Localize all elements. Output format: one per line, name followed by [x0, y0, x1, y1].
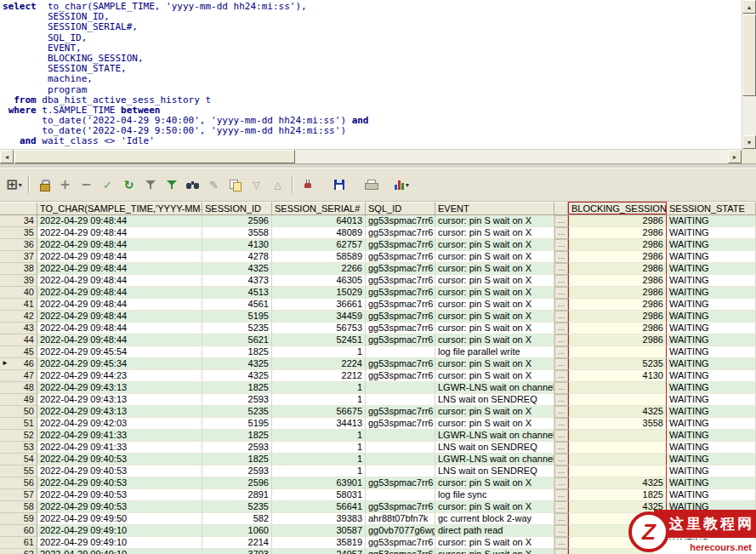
cell-t[interactable]: 2022-04-29 09:48:44 [37, 227, 202, 239]
cell-bl[interactable]: 2986 [568, 263, 667, 275]
table-row[interactable]: 502022-04-29 09:43:13523556675gg53spmac7… [0, 406, 756, 418]
cell-ev[interactable]: gc current block 2-way [435, 513, 554, 525]
row-number[interactable]: 48 [0, 382, 37, 394]
event-detail-button[interactable]: … [554, 287, 568, 299]
event-detail-button[interactable]: … [554, 477, 568, 489]
cell-t[interactable]: 2022-04-29 09:40:53 [37, 477, 202, 489]
cell-ev[interactable]: cursor: pin S wait on X [435, 263, 554, 275]
cell-sid[interactable]: 3703 [202, 549, 272, 554]
cell-ser[interactable]: 30587 [272, 525, 366, 537]
cell-ev[interactable]: cursor: pin S wait on X [435, 215, 554, 227]
cell-sq[interactable]: gg53spmac7rr6 [366, 251, 435, 263]
sort-desc-button[interactable]: ▽ [246, 175, 267, 194]
cell-sid[interactable]: 1825 [202, 346, 272, 358]
cell-ev[interactable]: cursor: pin S wait on X [435, 239, 554, 251]
cell-sq[interactable]: gg53spmac7rr6 [366, 501, 435, 513]
cell-bl[interactable]: 1825 [568, 489, 667, 501]
cell-bl[interactable] [568, 454, 667, 465]
cell-sid[interactable]: 1825 [202, 430, 272, 442]
cell-bl[interactable] [568, 382, 667, 394]
table-row[interactable]: 432022-04-29 09:48:44523556753gg53spmac7… [0, 323, 756, 334]
cell-bl[interactable]: 2986 [568, 251, 667, 263]
cell-sq[interactable]: gg53spmac7rr6 [366, 549, 435, 554]
cell-st[interactable]: WAITING [667, 239, 756, 251]
cell-sq[interactable] [366, 430, 435, 442]
cell-st[interactable]: WAITING [667, 334, 756, 346]
cell-ser[interactable]: 24957 [272, 549, 366, 554]
cell-ev[interactable]: cursor: pin S wait on X [435, 501, 554, 513]
edit-button[interactable]: ✎ [203, 175, 225, 194]
post-changes-button[interactable]: ✓ [97, 175, 118, 194]
cell-bl[interactable]: 2986 [568, 323, 667, 334]
row-number[interactable]: 47 [0, 370, 37, 382]
grid-corner[interactable] [0, 202, 37, 214]
cell-ser[interactable]: 1 [272, 346, 366, 358]
insert-row-button[interactable]: + [54, 175, 76, 194]
cell-ev[interactable]: cursor: pin S wait on X [435, 311, 554, 323]
row-number[interactable]: 59 [0, 513, 37, 525]
cell-sq[interactable] [366, 454, 435, 465]
event-detail-button[interactable]: … [554, 334, 568, 346]
cell-ser[interactable]: 34413 [272, 418, 366, 430]
column-header-sq[interactable]: SQL_ID [366, 202, 435, 214]
column-header-ev[interactable]: EVENT [435, 202, 554, 214]
cell-sq[interactable]: gg53spmac7rr6 [366, 406, 435, 418]
cell-sid[interactable]: 2596 [202, 477, 272, 489]
event-detail-button[interactable]: … [554, 263, 568, 275]
table-row[interactable]: 442022-04-29 09:48:44562152451gg53spmac7… [0, 334, 756, 346]
delete-row-button[interactable]: − [76, 175, 97, 194]
vertical-scroll-thumb[interactable] [742, 14, 756, 96]
cell-bl[interactable]: 2986 [568, 215, 667, 227]
cell-ser[interactable]: 46305 [272, 275, 366, 287]
cell-sq[interactable]: gg53spmac7rr6 [366, 477, 435, 489]
cell-st[interactable]: WAITING [667, 442, 756, 454]
cell-ser[interactable]: 35819 [272, 537, 366, 549]
cell-ev[interactable]: LNS wait on SENDREQ [435, 442, 554, 454]
event-detail-button[interactable]: … [554, 465, 568, 477]
cell-sid[interactable]: 1825 [202, 454, 272, 465]
cell-ev[interactable]: cursor: pin S wait on X [435, 323, 554, 334]
row-number[interactable]: 51 [0, 418, 37, 430]
event-detail-button[interactable]: … [554, 418, 568, 430]
cell-st[interactable]: WAITING [667, 346, 756, 358]
cell-ser[interactable]: 56641 [272, 501, 366, 513]
table-row[interactable]: 422022-04-29 09:48:44519534459gg53spmac7… [0, 311, 756, 323]
table-row[interactable]: 382022-04-29 09:48:4443252266gg53spmac7r… [0, 263, 756, 275]
cell-ser[interactable]: 52451 [272, 334, 366, 346]
row-number[interactable]: 41 [0, 299, 37, 311]
cell-st[interactable]: WAITING [667, 215, 756, 227]
cell-sid[interactable]: 5195 [202, 418, 272, 430]
event-detail-button[interactable]: … [554, 430, 568, 442]
cell-ser[interactable]: 2224 [272, 358, 366, 370]
refresh-button[interactable]: ↻ [118, 175, 139, 194]
cell-sid[interactable]: 4130 [202, 239, 272, 251]
cell-t[interactable]: 2022-04-29 09:45:54 [37, 346, 202, 358]
cell-ser[interactable]: 34459 [272, 311, 366, 323]
row-number[interactable]: 39 [0, 275, 37, 287]
cell-ev[interactable]: LGWR-LNS wait on channel [435, 454, 554, 465]
table-row[interactable]: 542022-04-29 09:40:5318251LGWR-LNS wait … [0, 454, 756, 465]
cell-t[interactable]: 2022-04-29 09:43:13 [37, 406, 202, 418]
cell-t[interactable]: 2022-04-29 09:48:44 [37, 239, 202, 251]
cell-sid[interactable]: 4513 [202, 287, 272, 299]
cell-sq[interactable]: ahr88t07bfn7k [366, 513, 435, 525]
event-detail-button[interactable]: … [554, 442, 568, 454]
cell-sid[interactable]: 1060 [202, 525, 272, 537]
cell-sq[interactable] [366, 465, 435, 477]
cell-bl[interactable]: 3558 [568, 418, 667, 430]
cell-ser[interactable]: 64013 [272, 215, 366, 227]
cell-sq[interactable] [366, 394, 435, 406]
event-detail-button[interactable]: … [554, 489, 568, 501]
event-detail-button[interactable]: … [554, 323, 568, 334]
table-row[interactable]: 412022-04-29 09:48:44456136661gg53spmac7… [0, 299, 756, 311]
cell-st[interactable]: WAITING [667, 251, 756, 263]
cell-sid[interactable]: 4373 [202, 275, 272, 287]
cell-st[interactable]: WAITING [667, 430, 756, 442]
cell-st[interactable]: WAITING [667, 489, 756, 501]
cell-sid[interactable]: 4278 [202, 251, 272, 263]
row-number[interactable]: 45 [0, 346, 37, 358]
cell-ser[interactable]: 36661 [272, 299, 366, 311]
cell-st[interactable]: WAITING [667, 370, 756, 382]
cell-sq[interactable]: gg53spmac7rr6 [366, 227, 435, 239]
cell-ev[interactable]: cursor: pin S wait on X [435, 227, 554, 239]
